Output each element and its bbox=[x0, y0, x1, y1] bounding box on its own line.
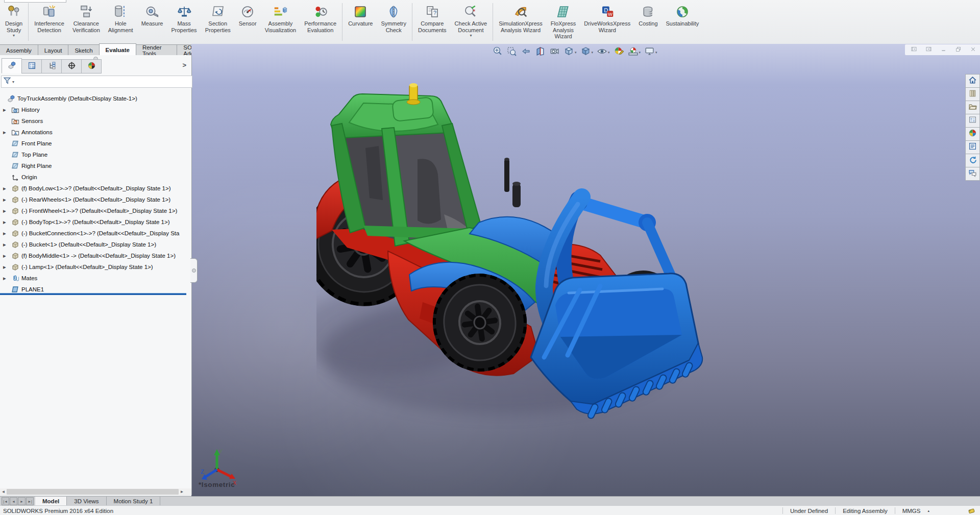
ribbon-symmetry-check-button[interactable]: SymmetryCheck bbox=[377, 1, 410, 43]
view-settings-button[interactable]: ▾ bbox=[644, 45, 658, 59]
display-style-button[interactable]: ▾ bbox=[580, 45, 594, 59]
scroll-left-button[interactable]: ◄ bbox=[0, 488, 7, 495]
tree-insertion-bar[interactable] bbox=[0, 293, 186, 295]
ribbon-check-active-document-button[interactable]: *Check ActiveDocument▾ bbox=[451, 1, 492, 43]
expand-arrow-icon[interactable]: ▶ bbox=[3, 220, 8, 225]
tab-scroll-first-button[interactable]: |◄ bbox=[2, 497, 9, 505]
ribbon-design-study-button[interactable]: DesignStudy▾ bbox=[1, 1, 27, 43]
tree-item--bodytop-1-default-default-d[interactable]: ▶(-) BodyTop<1>->? (Default<<Default>_Di… bbox=[0, 216, 191, 228]
tab-scroll-prev-button[interactable]: ◄ bbox=[10, 497, 17, 505]
ribbon-sustainability-button[interactable]: Sustainability bbox=[662, 1, 703, 43]
scroll-right-button[interactable]: ► bbox=[179, 488, 185, 495]
expand-arrow-icon[interactable]: ▶ bbox=[3, 242, 8, 247]
view-orientation-button[interactable]: ▾ bbox=[563, 45, 577, 59]
ribbon-simulationxpress-analysis-wizard-button[interactable]: SimulationXpressAnalysis Wizard bbox=[495, 1, 547, 43]
taskpane-design-library-tab[interactable] bbox=[965, 88, 980, 101]
close-button[interactable] bbox=[967, 45, 978, 54]
panel-expand-arrow[interactable]: > bbox=[182, 61, 186, 69]
expand-arrow-icon[interactable]: ▶ bbox=[3, 231, 8, 236]
tree-item-annotations[interactable]: ▶AAnnotations bbox=[0, 127, 191, 138]
expand-arrow-icon[interactable]: ▶ bbox=[3, 130, 8, 135]
tree-item-front-plane[interactable]: Front Plane bbox=[0, 138, 191, 149]
ribbon-driveworksxpress-wizard-button[interactable]: DWDriveWorksXpressWizard bbox=[580, 1, 634, 43]
tree-item--f-bodylow-1-default-default[interactable]: ▶(f) BodyLow<1>->? (Default<<Default>_Di… bbox=[0, 183, 191, 194]
tree-root-assembly[interactable]: ToyTruckAssembly (Default<Display State-… bbox=[0, 93, 191, 104]
taskpane-forum-tab[interactable] bbox=[965, 167, 980, 181]
doc-tab-model[interactable]: Model bbox=[35, 497, 67, 506]
panel-tab-features[interactable] bbox=[2, 58, 22, 73]
minimize-button[interactable] bbox=[938, 45, 949, 54]
expand-arrow-icon[interactable]: ▶ bbox=[3, 209, 8, 213]
tree-filter-bar[interactable]: ▾ bbox=[1, 76, 192, 88]
tab-assembly[interactable]: Assembly bbox=[0, 44, 38, 55]
tree-item--rearwheels-1-default-defaul[interactable]: ▶(-) RearWheels<1> (Default<<Default>_Di… bbox=[0, 194, 191, 205]
tag-icon[interactable] bbox=[967, 507, 976, 514]
ribbon-assembly-visualization-button[interactable]: AssemblyVisualization bbox=[261, 1, 301, 43]
panel-tab-configurations[interactable] bbox=[41, 59, 62, 73]
tab-scroll-next-button[interactable]: ► bbox=[18, 497, 26, 505]
expand-arrow-icon[interactable]: ▶ bbox=[3, 265, 8, 269]
edit-appearance-button[interactable] bbox=[613, 45, 625, 59]
pane-right-button[interactable] bbox=[923, 45, 934, 54]
tree-item--bucket-1-default-default-di[interactable]: ▶(-) Bucket<1> (Default<<Default>_Displa… bbox=[0, 239, 191, 250]
pane-left-button[interactable] bbox=[908, 45, 919, 54]
expand-arrow-icon[interactable]: ▶ bbox=[3, 108, 8, 112]
status-units[interactable]: MMGS ▴ bbox=[895, 506, 937, 515]
tree-item--bucketconnection-1-default-[interactable]: ▶(-) BucketConnection<1>->? (Default<<De… bbox=[0, 228, 191, 239]
scroll-track[interactable] bbox=[7, 489, 179, 495]
ribbon-measure-button[interactable]: Measure bbox=[137, 1, 167, 43]
tree-item--f-bodymiddle-1-default-defa[interactable]: ▶(f) BodyMiddle<1> -> (Default<<Default>… bbox=[0, 250, 191, 261]
tab-sketch[interactable]: Sketch bbox=[68, 44, 99, 55]
tab-evaluate[interactable]: Evaluate bbox=[99, 43, 136, 55]
doc-tab-3d-views[interactable]: 3D Views bbox=[67, 497, 106, 506]
ribbon-section-properties-button[interactable]: SectionProperties bbox=[201, 1, 235, 43]
taskpane-resources-home-tab[interactable] bbox=[965, 74, 980, 88]
ribbon-costing-button[interactable]: Costing bbox=[634, 1, 662, 43]
zoom-to-fit-button[interactable] bbox=[492, 45, 503, 59]
expand-arrow-icon[interactable]: ▶ bbox=[3, 198, 8, 202]
tree-item-mates[interactable]: ▶Mates bbox=[0, 273, 191, 284]
tree-item--lamp-1-default-default-disp[interactable]: ▶(-) Lamp<1> (Default<<Default>_Display … bbox=[0, 261, 191, 273]
ribbon-interference-detection-button[interactable]: InterferenceDetection bbox=[30, 1, 68, 43]
ribbon-compare-documents-button[interactable]: ?CompareDocuments bbox=[414, 1, 451, 43]
ribbon-curvature-button[interactable]: Curvature bbox=[344, 1, 377, 43]
expand-arrow-icon[interactable]: ▶ bbox=[3, 254, 8, 258]
graphics-area[interactable]: ▾▾▾▾▾ bbox=[191, 44, 980, 496]
hide-show-items-button[interactable]: ▾ bbox=[596, 45, 610, 59]
apply-scene-button[interactable]: ▾ bbox=[627, 45, 642, 59]
section-view-button[interactable] bbox=[534, 45, 546, 59]
ribbon-floxpress-analysis-wizard-button[interactable]: FloXpressAnalysisWizard bbox=[547, 1, 580, 43]
taskpane-view-palette-tab[interactable] bbox=[965, 114, 980, 128]
tab-render-tools[interactable]: Render Tools bbox=[136, 44, 177, 55]
ribbon-mass-properties-button[interactable]: MassProperties bbox=[167, 1, 201, 43]
tree-item-sensors[interactable]: Sensors bbox=[0, 115, 191, 127]
ribbon-sensor-button[interactable]: Sensor bbox=[235, 1, 261, 43]
ribbon-hole-alignment-button[interactable]: HoleAlignment bbox=[104, 1, 137, 43]
tab-layout[interactable]: Layout bbox=[38, 44, 69, 55]
taskpane-file-explorer-tab[interactable] bbox=[965, 101, 980, 114]
annotation-view-button[interactable] bbox=[549, 45, 560, 59]
ribbon-clearance-verification-button[interactable]: ClearanceVerification bbox=[68, 1, 104, 43]
panel-tab-property-manager[interactable] bbox=[21, 59, 42, 73]
tree-item-origin[interactable]: Origin bbox=[0, 171, 191, 183]
previous-view-button[interactable] bbox=[520, 45, 532, 59]
zoom-to-area-button[interactable] bbox=[506, 45, 518, 59]
doc-tab-motion-study-1[interactable]: Motion Study 1 bbox=[107, 497, 161, 506]
panel-horizontal-scrollbar[interactable]: ◄ ► bbox=[0, 488, 191, 495]
ribbon-performance-evaluation-button[interactable]: PerformanceEvaluation bbox=[300, 1, 340, 43]
panel-tab-display-manager[interactable] bbox=[81, 59, 102, 73]
tree-item--frontwheel-1-default-defaul[interactable]: ▶(-) FrontWheel<1>->? (Default<<Default>… bbox=[0, 205, 191, 216]
tree-item-right-plane[interactable]: Right Plane bbox=[0, 160, 191, 171]
taskpane-document-recovery-tab[interactable] bbox=[965, 154, 980, 167]
toy-truck-model[interactable] bbox=[316, 71, 715, 429]
expand-arrow-icon[interactable]: ▶ bbox=[3, 186, 8, 191]
expand-arrow-icon[interactable]: ▶ bbox=[3, 276, 8, 281]
restore-button[interactable] bbox=[952, 45, 964, 54]
taskpane-appearances-tab[interactable] bbox=[965, 128, 980, 141]
taskpane-custom-properties-tab[interactable] bbox=[965, 141, 980, 154]
tree-item-top-plane[interactable]: Top Plane bbox=[0, 149, 191, 160]
panel-tab-dimxpert[interactable] bbox=[61, 59, 82, 73]
tab-scroll-last-button[interactable]: ►| bbox=[26, 497, 34, 505]
panel-divider-handle[interactable] bbox=[190, 258, 198, 283]
tree-item-history[interactable]: ▶History bbox=[0, 104, 191, 115]
